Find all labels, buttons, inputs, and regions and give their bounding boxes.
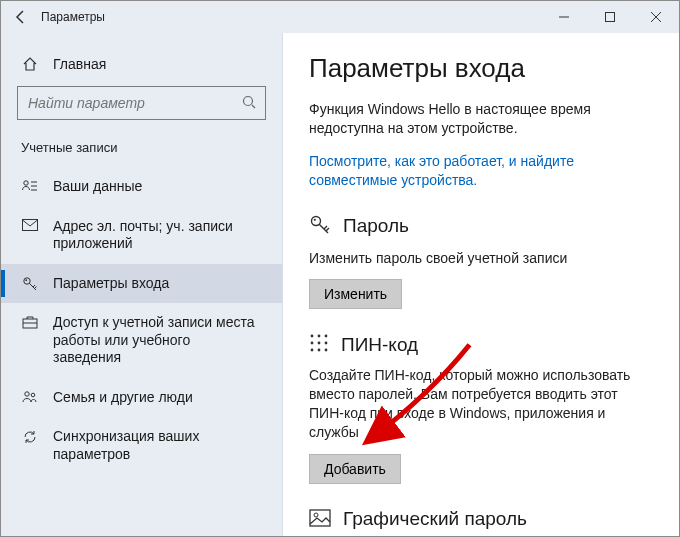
windows-hello-status: Функция Windows Hello в настоящее время …	[309, 100, 653, 138]
sidebar-item-label: Ваши данные	[53, 178, 148, 196]
svg-point-14	[31, 393, 35, 397]
sidebar-item-signin-options[interactable]: Параметры входа	[1, 264, 282, 304]
change-password-button[interactable]: Изменить	[309, 279, 402, 309]
sidebar: Главная Учетные записи Ваши данные	[1, 33, 283, 536]
minimize-button[interactable]	[541, 1, 587, 33]
pin-title: ПИН-код	[341, 334, 418, 356]
settings-window: Параметры Главная	[0, 0, 680, 537]
people-icon	[21, 390, 39, 404]
svg-point-19	[325, 335, 328, 338]
svg-point-16	[314, 218, 316, 220]
home-icon	[21, 56, 39, 72]
add-pin-button[interactable]: Добавить	[309, 454, 401, 484]
pin-section: ПИН-код Создайте ПИН-код, который можно …	[309, 333, 653, 484]
svg-point-9	[24, 277, 30, 283]
back-button[interactable]	[11, 7, 31, 27]
mail-icon	[21, 219, 39, 231]
svg-point-22	[325, 342, 328, 345]
sidebar-item-label: Семья и другие люди	[53, 389, 199, 407]
key-icon	[309, 214, 331, 239]
svg-line-3	[252, 105, 255, 108]
svg-point-17	[311, 335, 314, 338]
svg-point-27	[314, 513, 318, 517]
person-id-icon	[21, 179, 39, 193]
sidebar-item-label: Параметры входа	[53, 275, 175, 293]
sidebar-item-label: Адрес эл. почты; уч. записи приложений	[53, 218, 262, 253]
search-input[interactable]	[17, 86, 266, 120]
keypad-icon	[309, 333, 329, 356]
briefcase-icon	[21, 315, 39, 329]
picture-password-section: Графический пароль	[309, 508, 653, 530]
sidebar-item-work-access[interactable]: Доступ к учетной записи места работы или…	[1, 303, 282, 378]
picture-title: Графический пароль	[343, 508, 527, 530]
svg-point-20	[311, 342, 314, 345]
svg-point-18	[318, 335, 321, 338]
sync-icon	[21, 429, 39, 445]
home-label: Главная	[53, 56, 106, 72]
svg-point-21	[318, 342, 321, 345]
search-icon	[241, 94, 257, 113]
sidebar-item-label: Доступ к учетной записи места работы или…	[53, 314, 262, 367]
svg-rect-26	[310, 510, 330, 526]
close-button[interactable]	[633, 1, 679, 33]
windows-hello-link[interactable]: Посмотрите, как это работает, и найдите …	[309, 153, 574, 188]
home-nav[interactable]: Главная	[1, 49, 282, 86]
window-title: Параметры	[41, 10, 105, 24]
svg-point-25	[325, 349, 328, 352]
password-section: Пароль Изменить пароль своей учетной зап…	[309, 214, 653, 310]
svg-point-2	[244, 96, 253, 105]
key-icon	[21, 276, 39, 292]
titlebar: Параметры	[1, 1, 679, 33]
sidebar-item-your-info[interactable]: Ваши данные	[1, 167, 282, 207]
password-title: Пароль	[343, 215, 409, 237]
password-desc: Изменить пароль своей учетной записи	[309, 249, 653, 268]
svg-point-15	[312, 216, 321, 225]
sidebar-item-sync[interactable]: Синхронизация ваших параметров	[1, 417, 282, 474]
maximize-button[interactable]	[587, 1, 633, 33]
sidebar-item-email-accounts[interactable]: Адрес эл. почты; уч. записи приложений	[1, 207, 282, 264]
pin-desc: Создайте ПИН-код, который можно использо…	[309, 366, 653, 442]
picture-icon	[309, 509, 331, 530]
svg-point-24	[318, 349, 321, 352]
search-field[interactable]	[26, 94, 241, 112]
sidebar-item-label: Синхронизация ваших параметров	[53, 428, 262, 463]
svg-point-10	[25, 279, 27, 281]
sidebar-item-family[interactable]: Семья и другие люди	[1, 378, 282, 418]
svg-rect-8	[23, 219, 38, 230]
content-pane: Параметры входа Функция Windows Hello в …	[283, 33, 679, 536]
svg-point-23	[311, 349, 314, 352]
svg-rect-1	[606, 13, 615, 22]
svg-point-13	[25, 391, 29, 395]
section-title: Учетные записи	[1, 136, 282, 167]
svg-point-4	[24, 181, 28, 185]
page-heading: Параметры входа	[309, 53, 653, 84]
